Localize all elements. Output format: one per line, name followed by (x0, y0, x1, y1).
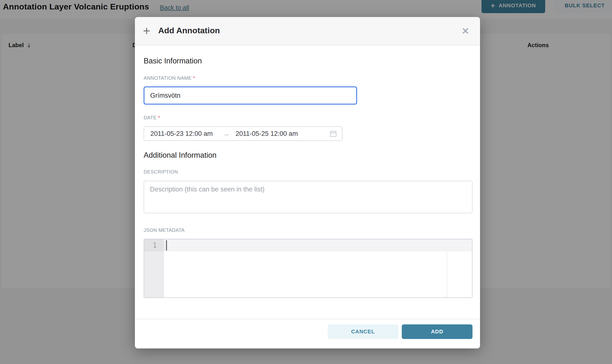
date-start-value[interactable]: 2011-05-23 12:00 am (150, 130, 213, 138)
basic-information-heading: Basic Information (144, 57, 202, 65)
editor-line-number: 1 (144, 239, 157, 251)
description-textarea[interactable] (144, 181, 472, 213)
calendar-icon (329, 130, 337, 138)
cancel-button-label: CANCEL (351, 328, 375, 335)
arrow-right-icon: → (222, 130, 230, 138)
editor-active-line (164, 239, 472, 251)
plus-icon: + (143, 25, 150, 37)
editor-cursor (166, 240, 167, 250)
screen: Annotation Layer Volcanic Eruptions Back… (0, 0, 612, 364)
add-button[interactable]: ADD (402, 325, 472, 339)
cancel-button[interactable]: CANCEL (328, 325, 398, 339)
date-end-value[interactable]: 2011-05-25 12:00 am (235, 130, 298, 138)
modal-header: + Add Annotation ✕ (135, 17, 480, 45)
required-asterisk: * (193, 75, 195, 81)
close-icon[interactable]: ✕ (458, 24, 473, 38)
date-label: DATE* (144, 115, 160, 120)
additional-information-heading: Additional Information (144, 151, 217, 160)
annotation-name-label-text: ANNOTATION NAME (144, 75, 192, 81)
json-metadata-editor[interactable]: 1 (144, 239, 472, 298)
description-label: DESCRIPTION (144, 169, 178, 175)
add-button-label: ADD (431, 328, 443, 335)
annotation-name-label: ANNOTATION NAME* (144, 75, 195, 81)
modal-footer: CANCEL ADD (135, 319, 480, 349)
date-range-picker[interactable]: 2011-05-23 12:00 am → 2011-05-25 12:00 a… (144, 126, 342, 141)
json-metadata-label: JSON METADATA (144, 227, 185, 233)
date-label-text: DATE (144, 115, 156, 120)
editor-print-margin (447, 251, 447, 298)
annotation-name-input[interactable] (144, 87, 357, 104)
required-asterisk: * (158, 115, 160, 120)
json-metadata-label-text: JSON METADATA (144, 227, 185, 233)
modal-title: Add Annotation (158, 26, 220, 35)
description-label-text: DESCRIPTION (144, 169, 178, 174)
add-annotation-modal: + Add Annotation ✕ Basic Information ANN… (135, 17, 480, 348)
